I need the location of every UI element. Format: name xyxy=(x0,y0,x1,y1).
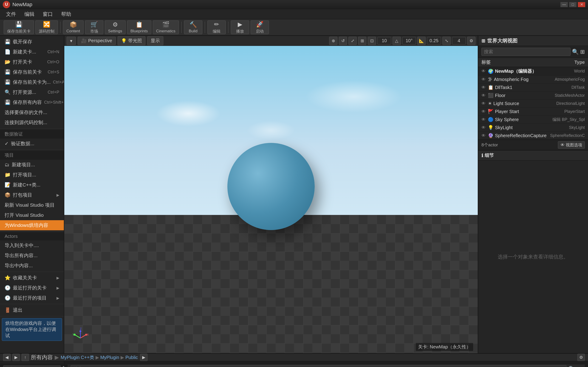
menu-export-all[interactable]: 导出所有内容... xyxy=(0,250,64,261)
menu-save-level[interactable]: 💾 保存当前关卡 Ctrl+S xyxy=(0,67,64,77)
eye-icon: 👁 xyxy=(481,77,485,82)
menu-favorite-levels[interactable]: ⭐ 收藏关关卡 ▶ xyxy=(0,273,64,283)
content-button[interactable]: 📦 Content xyxy=(63,20,84,34)
actor-dlltask1[interactable]: 👁 📋 DllTask1 DllTask xyxy=(478,83,588,92)
menu-load-save[interactable]: 💾 载开保存 xyxy=(0,37,64,47)
actor-name: SphereReflectionCapture xyxy=(495,133,549,138)
menu-open-asset[interactable]: 🔍 打开资源... Ctrl+P xyxy=(0,87,64,97)
details-empty-message: 选择一个对象来查看详细信息。 xyxy=(478,161,588,353)
menu-cook-windows[interactable]: 为Windows烘培内容 xyxy=(0,220,64,230)
menu-exit[interactable]: 🚪 退出 xyxy=(0,305,64,315)
new-level-icon: 📄 xyxy=(5,49,10,55)
settings-vp-btn[interactable]: ⚙ xyxy=(467,37,476,45)
build-button[interactable]: 🔨 Build xyxy=(184,20,202,34)
eye-icon: 👁 xyxy=(481,101,485,106)
menu-refresh-vs[interactable]: 刷新 Visual Studio 项目 xyxy=(0,200,64,210)
menu-recent-projects[interactable]: 🕐 最近打开的项目 ▶ xyxy=(0,293,64,303)
viewport-menu-btn[interactable]: ▾ xyxy=(67,37,76,45)
menu-package-project[interactable]: 📦 打包项目 ▶ xyxy=(0,190,64,200)
perspective-btn[interactable]: 🎥 Perspective xyxy=(78,37,116,45)
cinematics-icon: 🎬 xyxy=(162,21,170,28)
breadcrumb-item-myplugin-cpp[interactable]: MyPlugin C++类 xyxy=(61,354,94,361)
actor-sphere-reflection[interactable]: 👁 🔮 SphereReflectionCapture SphereReflec… xyxy=(478,132,588,140)
menu-validate-data[interactable]: ✓ 验证数据... xyxy=(0,139,64,149)
viewport-3d[interactable]: X Y Z 关卡: NewMap（永久性） xyxy=(64,46,478,353)
forward-button[interactable]: ▶ xyxy=(12,354,20,361)
menu-save-all[interactable]: 💾 保存所有内容 Ctrl+Shift+S xyxy=(0,97,64,107)
actor-type: AtmosphericFog xyxy=(555,77,585,82)
breadcrumb-item-public[interactable]: Public xyxy=(125,355,138,360)
translate-tool[interactable]: ⊕ xyxy=(329,37,337,45)
world-search-input[interactable] xyxy=(481,48,571,56)
menu-new-cpp-class[interactable]: 📝 新建C++类... xyxy=(0,180,64,190)
package-icon: 📦 xyxy=(5,192,10,198)
bottom-toolbar: ◀ ▶ ↑ 所有内容 ▶ MyPlugin C++类 ▶ MyPlugin ▶ … xyxy=(0,354,588,361)
actor-atmospheric-fog[interactable]: 👁 🌫 Atmospheric Fog AtmosphericFog xyxy=(478,76,588,83)
surface-snap[interactable]: ⊡ xyxy=(368,37,376,45)
save-current-button[interactable]: 💾 保存当前关卡 xyxy=(4,20,34,34)
menu-open-level[interactable]: 📂 打开关卡 Ctrl+O xyxy=(0,57,64,67)
cinematics-button[interactable]: 🎬 Cinematics xyxy=(153,20,179,34)
open-level-icon: 📂 xyxy=(5,59,10,65)
breadcrumb-expand-btn[interactable]: ▶ xyxy=(140,354,147,361)
up-button[interactable]: ↑ xyxy=(22,354,29,361)
menu-file[interactable]: 文件 xyxy=(2,9,20,19)
grid-size-expand[interactable]: △ xyxy=(393,37,401,45)
filter-options-icon: ⊞ xyxy=(577,366,582,367)
actor-floor[interactable]: 👁 ⬛ Floor StaticMeshActor xyxy=(478,92,588,100)
bottom-settings-button[interactable]: ⚙ xyxy=(578,354,585,361)
content-search-input[interactable] xyxy=(71,365,566,367)
player-icon: 🚩 xyxy=(488,109,493,114)
eye-icon: 👁 xyxy=(561,143,565,147)
show-btn[interactable]: 显示 xyxy=(147,36,163,45)
market-button[interactable]: 🛒 市场 xyxy=(85,20,103,34)
rotate-tool[interactable]: ↺ xyxy=(339,37,347,45)
close-button[interactable]: ✕ xyxy=(578,2,585,7)
actor-light-source[interactable]: 👁 ☀ Light Source DirectionalLight xyxy=(478,100,588,108)
maximize-button[interactable]: □ xyxy=(569,2,577,7)
blueprints-label: Blueprints xyxy=(130,29,148,33)
actor-sky-sphere[interactable]: 👁 🔵 Sky Sphere 编辑 BP_Sky_Spl xyxy=(478,116,588,124)
folder-search-input[interactable] xyxy=(3,365,61,367)
blueprints-button[interactable]: 📋 Blueprints xyxy=(127,20,151,34)
window-controls: — □ ✕ xyxy=(561,2,585,7)
scale-tool[interactable]: ⤢ xyxy=(348,37,357,45)
view-options-button[interactable]: 👁 视图选项 xyxy=(558,141,585,149)
edit-mode-button[interactable]: ✏ 编辑 xyxy=(208,20,226,34)
menu-save-as[interactable]: 💾 保存当前关卡为... Ctrl+Alt+S xyxy=(0,77,64,87)
menu-export-selected[interactable]: 导出中内容... xyxy=(0,261,64,271)
breadcrumb-item-myplugin[interactable]: MyPlugin xyxy=(100,355,119,360)
scale-icon[interactable]: ⤡ xyxy=(442,37,451,45)
minimize-button[interactable]: — xyxy=(561,2,568,7)
titlebar: U NewMap — □ ✕ xyxy=(0,0,588,9)
snap-icon[interactable]: 📐 xyxy=(417,37,426,45)
play-button[interactable]: ▶ 播放 xyxy=(231,20,249,34)
viewport-right-tools: ⊕ ↺ ⤢ ⊞ ⊡ 10 △ 10° 📐 0.25 ⤡ 4 ⚙ xyxy=(329,37,476,45)
launch-button[interactable]: 🚀 启动 xyxy=(251,20,269,34)
menu-help[interactable]: 帮助 xyxy=(57,9,75,19)
menu-open-project[interactable]: 📁 打开项目... xyxy=(0,170,64,180)
actor-skylight[interactable]: 👁 💡 SkyLight SkyLight xyxy=(478,124,588,132)
angle-value: 10° xyxy=(402,37,416,44)
source-control-button[interactable]: 🔀 源码控制 xyxy=(35,20,58,34)
menu-edit[interactable]: 编辑 xyxy=(21,9,38,19)
search-icon: 🔍 xyxy=(572,49,579,55)
toolbar-separator-2 xyxy=(181,22,182,33)
world-local-toggle[interactable]: ⊞ xyxy=(358,37,366,45)
menu-new-project[interactable]: 🗂 新建项目... xyxy=(0,160,64,170)
world-root-item[interactable]: 👁 🌍 NewMap（编辑器） World xyxy=(478,67,588,76)
lit-btn[interactable]: 💡 带光照 xyxy=(118,36,145,45)
menu-open-vs[interactable]: 打开 Visual Studio xyxy=(0,210,64,220)
menu-choose-save[interactable]: 选择要保存的文件... xyxy=(0,107,64,117)
menu-new-level[interactable]: 📄 新建关卡... Ctrl+N xyxy=(0,47,64,57)
menu-window[interactable]: 窗口 xyxy=(39,9,57,19)
eye-icon: 👁 xyxy=(481,117,485,122)
viewport-container: ▾ 🎥 Perspective 💡 带光照 显示 ⊕ ↺ ⤢ ⊞ ⊡ 10 △ xyxy=(64,36,478,353)
actor-name: Floor xyxy=(495,93,553,98)
actor-player-start[interactable]: 👁 🚩 Player Start PlayerStart xyxy=(478,108,588,116)
back-button[interactable]: ◀ xyxy=(3,354,10,361)
menu-import-actors[interactable]: 导入到关卡中.... xyxy=(0,240,64,250)
menu-recent-levels[interactable]: 🕐 最近打开的关卡 ▶ xyxy=(0,283,64,293)
settings-button[interactable]: ⚙ Settings xyxy=(105,20,126,34)
menu-source-control[interactable]: 连接到源代码控制... xyxy=(0,117,64,127)
